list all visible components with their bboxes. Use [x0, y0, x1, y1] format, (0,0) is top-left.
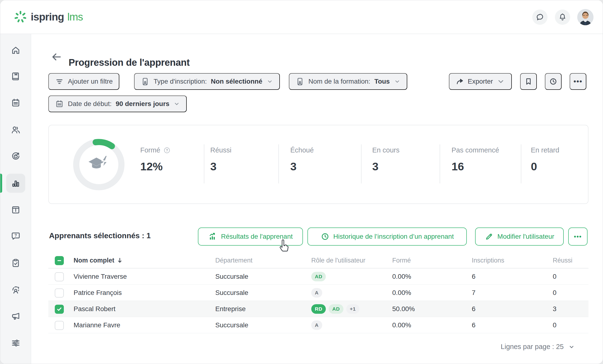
summary-card: Formé? 12%Réussi 3Échoué 3En cours 3Pas …: [48, 125, 589, 204]
stat-divider: [204, 144, 204, 183]
sidebar-item-home[interactable]: [6, 41, 25, 60]
export-label: Exporter: [468, 78, 493, 85]
learner-enrollments: 7: [472, 285, 475, 301]
rows-per-page-select[interactable]: Lignes par page : 25: [501, 343, 575, 351]
select-all-checkbox[interactable]: [55, 256, 64, 265]
stat--chou-: Échoué 3: [290, 146, 314, 173]
bookmark-button[interactable]: [520, 73, 537, 90]
table-row[interactable]: Patrice François Succursale A 0.00% 7 0: [48, 285, 589, 301]
sidebar-item-support[interactable]: ?: [6, 226, 25, 246]
stat-value: 3: [210, 160, 232, 173]
stat-label: Échoué: [290, 146, 314, 154]
row-checkbox[interactable]: [55, 305, 64, 314]
enrollment-type-value: Non sélectionné: [211, 78, 262, 85]
stat-value: 0: [531, 160, 559, 173]
logo[interactable]: ispring lms: [13, 0, 83, 34]
column-header-name[interactable]: Nom complet: [74, 252, 123, 269]
row-checkbox[interactable]: [55, 289, 64, 297]
rows-per-page-label: Lignes par page : 25: [501, 343, 564, 351]
export-icon: [456, 77, 464, 86]
learner-passed: 3: [553, 301, 557, 317]
learner-passed: 0: [553, 269, 557, 285]
learner-department: Succursale: [215, 269, 248, 285]
selected-learners-label: Apprenants sélectionnés : 1: [49, 231, 151, 240]
learner-name: Pascal Robert: [74, 301, 116, 317]
clock-icon: [549, 77, 557, 86]
learner-trained: 50.00%: [392, 301, 415, 317]
row-checkbox[interactable]: [55, 321, 64, 330]
schedule-button[interactable]: [545, 73, 562, 90]
sidebar-item-calendar[interactable]: [6, 93, 25, 112]
table-row[interactable]: Pascal Robert Entreprise RDAD+1 50.00% 6…: [48, 301, 589, 317]
stat-value: 12%: [140, 160, 171, 173]
more-row-actions-button[interactable]: •••: [568, 227, 588, 246]
webinars-icon: [11, 285, 21, 295]
learners-table: Nom complet Département Rôle de l'utilis…: [48, 252, 589, 333]
sidebar-item-webinars[interactable]: [6, 280, 25, 299]
courses-icon: [11, 71, 21, 82]
start-date-value: 90 derniers jours: [116, 100, 170, 108]
row-checkbox[interactable]: [55, 272, 64, 281]
sidebar-item-courses[interactable]: [6, 67, 25, 86]
chevron-down-icon: [568, 343, 575, 351]
mouse-cursor: [278, 239, 292, 255]
support-icon: ?: [11, 231, 21, 241]
stat-label: Formé: [140, 146, 160, 154]
edit-user-button[interactable]: Modifier l'utilisateur: [475, 227, 564, 246]
course-name-value: Tous: [374, 78, 390, 85]
course-name-label: Nom de la formation:: [308, 78, 370, 85]
role-badge: AD: [311, 272, 326, 281]
add-filter-button[interactable]: Ajouter un filtre: [48, 73, 119, 90]
stat-divider: [440, 144, 440, 183]
notifications-button[interactable]: [555, 10, 570, 25]
more-actions-button[interactable]: •••: [570, 73, 586, 90]
active-nav-indicator: [0, 174, 2, 193]
column-header-enrollments[interactable]: Inscriptions: [472, 252, 504, 269]
back-button[interactable]: [51, 51, 62, 63]
sidebar: ?: [0, 34, 31, 364]
bell-icon: [558, 13, 567, 22]
stat-en-retard: En retard 0: [531, 146, 559, 173]
stat-r-ussi: Réussi 3: [210, 146, 232, 173]
enrollment-history-label: Historique de l’inscription d’un apprena…: [333, 233, 454, 240]
start-date-filter[interactable]: Date de début: 90 derniers jours: [48, 95, 187, 112]
column-header-passed[interactable]: Réussi: [553, 252, 572, 269]
app-window: ispring lms ?: [0, 0, 603, 364]
sidebar-item-tasks[interactable]: [6, 253, 25, 272]
learner-passed: 0: [553, 317, 557, 333]
enrollment-type-filter[interactable]: Type d'inscription: Non sélectionné: [134, 73, 280, 90]
sidebar-item-reports[interactable]: [6, 174, 25, 193]
sidebar-item-info-panel[interactable]: [6, 200, 25, 219]
help-icon[interactable]: ?: [163, 146, 171, 154]
stat-value: 3: [372, 160, 399, 173]
export-button[interactable]: Exporter: [449, 73, 512, 90]
sidebar-item-users[interactable]: [6, 120, 25, 139]
calendar-icon: [55, 100, 64, 108]
top-bar: ispring lms: [0, 0, 603, 34]
arrow-left-icon: [51, 51, 62, 63]
enrollment-history-button[interactable]: Historique de l’inscription d’un apprena…: [307, 227, 467, 246]
product-text: lms: [67, 11, 83, 23]
history-clock-icon: [321, 232, 330, 241]
home-icon: [11, 45, 21, 55]
course-name-filter[interactable]: Nom de la formation: Tous: [289, 73, 407, 90]
sidebar-item-announcements[interactable]: [6, 306, 25, 326]
table-row[interactable]: Vivienne Traverse Succursale AD 0.00% 6 …: [48, 269, 589, 285]
learner-enrollments: 6: [472, 317, 475, 333]
messages-button[interactable]: [532, 10, 547, 25]
ellipsis-icon: •••: [573, 77, 582, 85]
start-date-label: Date de début:: [68, 100, 112, 108]
column-header-role[interactable]: Rôle de l'utilisateur: [311, 252, 365, 269]
user-avatar[interactable]: [577, 9, 593, 25]
table-row[interactable]: Marianne Favre Succursale A 0.00% 6 0: [48, 317, 589, 333]
stat-divider: [521, 144, 521, 183]
brand-text: ispring: [31, 11, 64, 23]
learner-department: Succursale: [215, 285, 248, 301]
learner-name: Patrice François: [74, 285, 122, 301]
column-header-department[interactable]: Département: [215, 252, 253, 269]
column-header-trained[interactable]: Formé: [392, 252, 411, 269]
sidebar-item-goals[interactable]: [6, 146, 25, 165]
learner-department: Succursale: [215, 317, 248, 333]
sidebar-item-settings[interactable]: [6, 333, 25, 352]
stat-label: Réussi: [210, 146, 232, 154]
